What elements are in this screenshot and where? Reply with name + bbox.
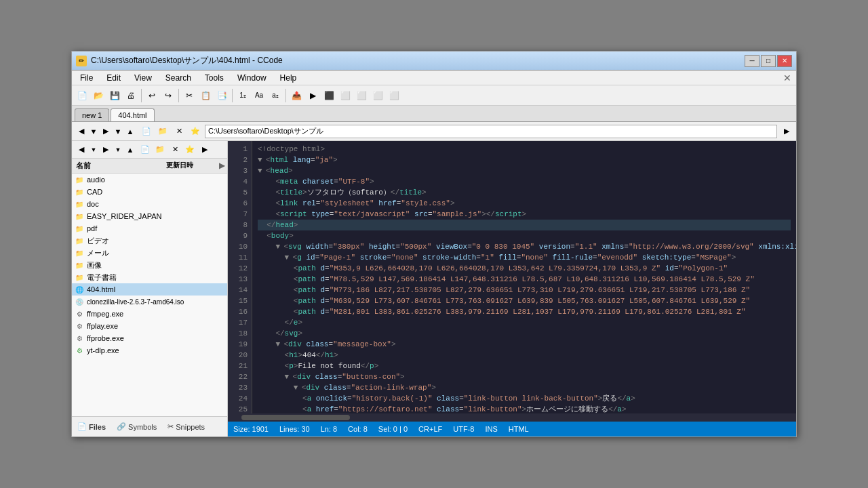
paste-button[interactable]: 📑 — [214, 88, 229, 103]
list-item[interactable]: 🌐 404.html — [72, 283, 227, 296]
code-line: ▼<html lang="ja"> — [258, 155, 791, 165]
close-panel-button[interactable]: ✕ — [781, 72, 793, 84]
tab-404html[interactable]: 404.html — [111, 108, 154, 121]
cut-button[interactable]: ✂ — [182, 88, 197, 103]
code-line: ▼<div class="message-box"> — [258, 339, 791, 350]
window-title: C:\Users\softaro\Desktop\サンプル\404.html -… — [91, 55, 745, 66]
print-button[interactable]: 🖨 — [123, 88, 138, 103]
copy-button[interactable]: 📋 — [198, 88, 213, 103]
status-line-ending[interactable]: CR+LF — [418, 425, 442, 433]
sidebar-forward-button[interactable]: ▶ — [99, 143, 113, 157]
menu-help[interactable]: Help — [275, 72, 302, 84]
terminal-button[interactable]: ⬛ — [321, 88, 336, 103]
split-h-button[interactable]: ⬜ — [338, 88, 353, 103]
line-num: 10 — [228, 241, 248, 252]
list-item[interactable]: 📁 EASY_RIDER_JAPAN — [72, 210, 227, 222]
sidebar-back-button[interactable]: ◀ — [75, 143, 88, 157]
list-item[interactable]: 📁 画像 — [72, 259, 227, 271]
upload-button[interactable]: 📤 — [289, 88, 304, 103]
address-input[interactable] — [205, 125, 777, 138]
split-v-button[interactable]: ⬜ — [354, 88, 369, 103]
title-bar: ✏ C:\Users\softaro\Desktop\サンプル\404.html… — [72, 52, 796, 70]
status-encoding[interactable]: UTF-8 — [453, 425, 474, 433]
sidebar-header: 名前 更新日時 ▶ — [72, 159, 227, 174]
sidebar-back-dropdown-button[interactable]: ▼ — [90, 143, 98, 157]
list-item[interactable]: ⚙ ffplay.exe — [72, 320, 227, 332]
bookmark-addr-button[interactable]: ⭐ — [189, 125, 202, 138]
minimize-button[interactable]: ─ — [745, 55, 760, 67]
symbols-icon: 🔗 — [117, 422, 126, 431]
list-item[interactable]: ⚙ ffprobe.exe — [72, 332, 227, 344]
sidebar-tab-symbols[interactable]: 🔗 Symbols — [117, 422, 157, 431]
code-editor[interactable]: 1 2 3 4 5 6 7 8 9 10 11 12 13 14 15 16 1 — [228, 141, 796, 413]
format-button[interactable]: a₂ — [268, 88, 283, 103]
menu-search[interactable]: Search — [160, 72, 197, 84]
close-button[interactable]: ✕ — [777, 55, 792, 67]
line-num: 4 — [228, 176, 248, 187]
tabs-bar: new 1 404.html — [72, 106, 796, 122]
list-item[interactable]: ⚙ yt-dlp.exe — [72, 344, 227, 357]
new-folder-addr-button[interactable]: 📁 — [156, 125, 170, 138]
sidebar-go-button[interactable]: ▶ — [198, 143, 212, 157]
sidebar-tab-files[interactable]: 📄 Files — [77, 422, 106, 431]
save-button[interactable]: 💾 — [107, 88, 122, 103]
back-button[interactable]: ◀ — [75, 125, 88, 138]
scrollbar-thumb[interactable] — [241, 415, 350, 420]
sidebar-tab-snippets[interactable]: ✂ Snippets — [167, 422, 205, 431]
list-item[interactable]: 📁 doc — [72, 198, 227, 210]
new-file-button[interactable]: 📄 — [75, 88, 90, 103]
run-button[interactable]: ▶ — [305, 88, 320, 103]
list-item[interactable]: 📁 CAD — [72, 186, 227, 198]
code-line: </head> — [258, 220, 791, 230]
go-button[interactable]: ▶ — [780, 125, 793, 138]
list-item[interactable]: 📁 メール — [72, 247, 227, 259]
menu-edit[interactable]: Edit — [101, 72, 126, 84]
list-item[interactable]: 💿 clonezilla-live-2.6.3-7-amd64.iso — [72, 296, 227, 308]
list-item[interactable]: 📁 ビデオ — [72, 235, 227, 247]
list-item[interactable]: 📁 pdf — [72, 222, 227, 235]
file-name: ffprobe.exe — [87, 334, 224, 342]
open-button[interactable]: 📂 — [91, 88, 106, 103]
undo-button[interactable]: ↩ — [144, 88, 159, 103]
delete-addr-button[interactable]: ✕ — [172, 125, 186, 138]
sidebar-new-file-button[interactable]: 📄 — [138, 143, 152, 157]
up-button[interactable]: ▲ — [123, 125, 137, 138]
code-line: </svg> — [258, 328, 791, 339]
forward-button[interactable]: ▶ — [99, 125, 113, 138]
menu-file[interactable]: File — [75, 72, 98, 84]
line-num: 19 — [228, 339, 248, 350]
horizontal-scrollbar[interactable] — [228, 413, 796, 422]
back-dropdown-button[interactable]: ▼ — [89, 125, 98, 138]
exe-file-icon: ⚙ — [75, 309, 84, 319]
sidebar-delete-button[interactable]: ✕ — [168, 143, 182, 157]
maximize-button[interactable]: □ — [761, 55, 776, 67]
line-number-button[interactable]: 1₂ — [235, 88, 250, 103]
snippets-icon: ✂ — [167, 422, 174, 431]
sidebar-bookmark-button[interactable]: ⭐ — [183, 143, 197, 157]
sidebar-expand-icon[interactable]: ▶ — [216, 159, 227, 173]
status-bar: Size: 1901 Lines: 30 Ln: 8 Col: 8 Sel: 0… — [228, 422, 796, 436]
redo-button[interactable]: ↪ — [161, 88, 176, 103]
code-line: <a onclick="history.back(-1)" class="lin… — [258, 393, 791, 404]
menu-tools[interactable]: Tools — [199, 72, 229, 84]
folder-icon: 📁 — [75, 224, 84, 233]
wrap-button[interactable]: ⬜ — [370, 88, 385, 103]
sidebar-new-folder-button[interactable]: 📁 — [153, 143, 167, 157]
list-item[interactable]: 📁 電子書籍 — [72, 271, 227, 283]
new-file-addr-button[interactable]: 📄 — [140, 125, 153, 138]
fullscreen-button[interactable]: ⬜ — [387, 88, 401, 103]
code-line: <h1>404</h1> — [258, 350, 791, 361]
sidebar-up-button[interactable]: ▲ — [123, 143, 137, 157]
forward-dropdown-button[interactable]: ▼ — [113, 125, 123, 138]
tab-new1[interactable]: new 1 — [75, 108, 109, 121]
code-lines[interactable]: <!doctype html> ▼<html lang="ja"> ▼<head… — [252, 141, 796, 413]
line-num: 3 — [228, 165, 248, 176]
status-lang[interactable]: HTML — [509, 425, 529, 433]
case-button[interactable]: Aa — [252, 88, 267, 103]
list-item[interactable]: 📁 audio — [72, 174, 227, 186]
menu-view[interactable]: View — [129, 72, 157, 84]
sidebar: ◀ ▼ ▶ ▼ ▲ 📄 📁 ✕ ⭐ ▶ 名前 更新日時 ▶ 📁 aud — [72, 141, 228, 436]
menu-window[interactable]: Window — [232, 72, 272, 84]
sidebar-forward-dropdown-button[interactable]: ▼ — [114, 143, 122, 157]
list-item[interactable]: ⚙ ffmpeg.exe — [72, 308, 227, 320]
